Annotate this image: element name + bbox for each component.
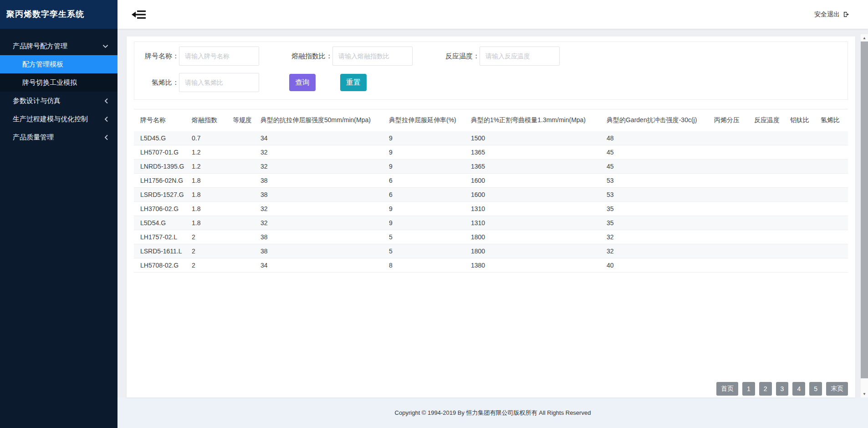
table-cell: 1310 [467, 216, 603, 230]
sidebar-item-label: 产品牌号配方管理 [13, 42, 67, 51]
table-cell [710, 244, 751, 258]
search-form: 牌号名称：熔融指数比：反应温度： 氢烯比： 查询 重置 [134, 41, 848, 100]
table-cell [751, 216, 786, 230]
sidebar-item[interactable]: 生产过程建模与优化控制 [0, 110, 117, 128]
table-row: LSRD5-1527.G1.8386160053 [134, 188, 848, 202]
table-cell [229, 188, 257, 202]
table-cell: 53 [603, 188, 710, 202]
pagination: 首页12345末页 [716, 382, 848, 396]
table-cell: 1365 [467, 145, 603, 160]
table-cell: 1.8 [188, 216, 229, 230]
table-cell: 40 [603, 258, 710, 273]
table-cell: 1.2 [188, 160, 229, 174]
table-row: LH5707-01.G1.2329136545 [134, 145, 848, 160]
table-cell: 48 [603, 131, 710, 145]
scroll-thumb[interactable] [861, 41, 868, 378]
table-cell [817, 258, 848, 273]
search-input-0[interactable] [179, 46, 259, 66]
table-row: LH3706-02.G1.8329131035 [134, 202, 848, 216]
table-cell [751, 230, 786, 244]
logout-button[interactable]: 安全退出 [814, 10, 850, 19]
table-cell [786, 244, 817, 258]
table-row: LNRD5-1395.G1.2329136545 [134, 160, 848, 174]
sidebar-subitem[interactable]: 配方管理模板 [0, 55, 117, 73]
table-cell: 38 [257, 188, 385, 202]
table-cell [817, 131, 848, 145]
table-cell [786, 258, 817, 273]
sidebar-item[interactable]: 产品牌号配方管理 [0, 37, 117, 55]
table-cell: 1800 [467, 230, 603, 244]
logout-label: 安全退出 [814, 10, 840, 19]
pagination-last-button[interactable]: 末页 [826, 382, 848, 396]
column-header: 反应温度 [751, 109, 786, 131]
table-cell: 2 [188, 230, 229, 244]
pagination-page-button[interactable]: 4 [792, 382, 805, 396]
table-cell [817, 174, 848, 188]
chevron-left-icon [104, 98, 108, 104]
table-cell: LH1757-02.L [134, 230, 188, 244]
sidebar-collapse-icon[interactable] [131, 8, 148, 21]
table-cell: 1310 [467, 202, 603, 216]
reset-button[interactable]: 重置 [340, 74, 367, 91]
table-cell [786, 188, 817, 202]
search-input-3[interactable] [179, 73, 259, 92]
table-cell [710, 145, 751, 160]
sidebar-item-label: 产品质量管理 [13, 133, 54, 142]
table-cell: 5 [385, 244, 467, 258]
table-cell: 35 [603, 202, 710, 216]
table-cell [710, 202, 751, 216]
table-row: LH1756-02N.G1.8386160053 [134, 174, 848, 188]
column-header: 丙烯分压 [710, 109, 751, 131]
table-cell [710, 258, 751, 273]
table-cell [751, 188, 786, 202]
table-cell [751, 145, 786, 160]
pagination-page-button[interactable]: 2 [759, 382, 772, 396]
table-row: L5D54.G1.8329131035 [134, 216, 848, 230]
field-label: 熔融指数比： [289, 52, 332, 61]
search-form-row-2: 氢烯比： 查询 重置 [142, 73, 848, 92]
results-table: 牌号名称熔融指数等规度典型的抗拉伸屈服强度50mm/min(Mpa)典型拉伸屈服… [134, 109, 848, 273]
pagination-page-button[interactable]: 1 [742, 382, 755, 396]
pagination-first-button[interactable]: 首页 [716, 382, 738, 396]
copyright-text: Copyright © 1994-2019 By 恒力集团有限公司版权所有 Al… [395, 409, 591, 417]
table-cell [710, 174, 751, 188]
chevron-down-icon [102, 44, 108, 48]
sidebar-item[interactable]: 产品质量管理 [0, 128, 117, 146]
table-cell: 38 [257, 230, 385, 244]
table-cell [229, 131, 257, 145]
search-input-1[interactable] [332, 46, 413, 66]
table-cell [229, 216, 257, 230]
vertical-scrollbar: ▲ ▼ [861, 34, 868, 397]
top-header: 安全退出 [117, 0, 868, 29]
query-button[interactable]: 查询 [289, 74, 316, 91]
pagination-page-button[interactable]: 5 [809, 382, 822, 396]
table-cell: 1365 [467, 160, 603, 174]
pagination-page-button[interactable]: 3 [776, 382, 789, 396]
search-input-2[interactable] [480, 46, 560, 66]
table-cell: LH1756-02N.G [134, 174, 188, 188]
table-cell: L5D54.G [134, 216, 188, 230]
table-cell: 5 [385, 230, 467, 244]
scroll-down-arrow[interactable]: ▼ [861, 390, 868, 397]
table-cell: 2 [188, 258, 229, 273]
column-header: 铝钛比 [786, 109, 817, 131]
table-cell: 0.7 [188, 131, 229, 145]
column-header: 熔融指数 [188, 109, 229, 131]
table-cell: 1500 [467, 131, 603, 145]
table-cell: 38 [257, 244, 385, 258]
search-field: 反应温度： [442, 46, 560, 66]
footer: Copyright © 1994-2019 By 恒力集团有限公司版权所有 Al… [117, 397, 868, 428]
table-cell: LSRD5-1611.L [134, 244, 188, 258]
scroll-up-arrow[interactable]: ▲ [861, 34, 868, 41]
table-cell [229, 202, 257, 216]
table-cell [817, 188, 848, 202]
table-cell [751, 174, 786, 188]
table-cell: 38 [257, 174, 385, 188]
table-cell [229, 145, 257, 160]
table-header: 牌号名称熔融指数等规度典型的抗拉伸屈服强度50mm/min(Mpa)典型拉伸屈服… [134, 109, 848, 131]
table-cell: 32 [257, 202, 385, 216]
sidebar-subitem[interactable]: 牌号切换工业模拟 [0, 73, 117, 92]
table-cell [817, 230, 848, 244]
sidebar-item[interactable]: 参数设计与仿真 [0, 92, 117, 110]
table-cell [710, 160, 751, 174]
